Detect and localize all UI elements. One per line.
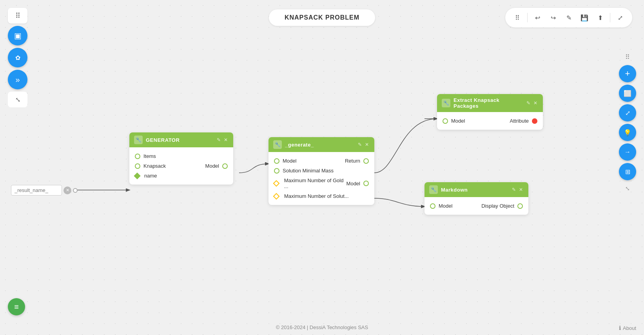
generate-edit-btn[interactable]: ✎ xyxy=(357,141,363,148)
markdown-icon: 🔧 xyxy=(429,185,438,194)
left-expand-btn[interactable]: » xyxy=(8,70,27,89)
markdown-model-circle xyxy=(430,203,435,209)
right-plus-btn[interactable]: + xyxy=(619,65,636,82)
footer: © 2016-2024 | DessiA Technologies SAS xyxy=(0,319,644,335)
toolbar-edit-btn[interactable]: ✎ xyxy=(562,11,575,24)
extract-model-circle xyxy=(443,118,448,124)
attribute-red-dot xyxy=(532,118,537,124)
markdown-actions: ✎ ✕ xyxy=(511,186,524,193)
extract-body: Model Attribute xyxy=(437,112,543,130)
items-label: Items xyxy=(143,153,156,159)
gen-model-label: Model xyxy=(283,158,296,164)
maxgold-label: Maximum Number of Gold ... xyxy=(284,177,346,189)
toolbar-upload-btn[interactable]: ⬆ xyxy=(593,11,607,24)
display-object-label: Display Object xyxy=(481,203,514,209)
markdown-body: Model Display Object xyxy=(424,197,528,215)
generator-items-port: Items xyxy=(135,153,156,159)
extract-edit-btn[interactable]: ✎ xyxy=(526,100,531,107)
extract-title: Extract Knapsack Packages xyxy=(454,97,522,109)
generate-node: 🔧 _generate_ ✎ ✕ Model Return xyxy=(268,137,374,205)
right-resize-btn[interactable]: ⤢ xyxy=(619,104,636,121)
generate-return-out: Return xyxy=(345,158,369,164)
right-grid-btn[interactable]: ⠿ xyxy=(620,51,635,63)
gen-model-port xyxy=(274,158,279,164)
extract-actions: ✎ ✕ xyxy=(526,100,538,107)
toolbar-separator2 xyxy=(610,13,610,22)
right-bulb-btn[interactable]: 💡 xyxy=(619,124,636,141)
generate-header: 🔧 _generate_ ✎ ✕ xyxy=(268,137,374,152)
input-node: ✕ xyxy=(11,185,78,196)
left-grid-btn[interactable]: ⠿ xyxy=(8,8,27,24)
right-image-btn[interactable]: ⬜ xyxy=(619,85,636,102)
toolbar-save-btn[interactable]: 💾 xyxy=(578,11,591,24)
generate-maxgold-row: Maximum Number of Gold ... Model xyxy=(274,176,369,191)
clear-input-button[interactable]: ✕ xyxy=(63,187,71,194)
generator-icon: 🔧 xyxy=(134,136,143,144)
model-out-right-circle xyxy=(363,181,369,186)
markdown-display-out: Display Object xyxy=(481,203,523,209)
left-sidebar: ⠿ ▣ ✿ » ⤡ xyxy=(8,8,27,107)
toolbar-expand-btn[interactable]: ⤢ xyxy=(613,11,627,24)
generator-node: 🔧 GENERATOR ✎ ✕ Items Knapsack Mode xyxy=(129,132,233,185)
maxsolut-diamond xyxy=(273,193,280,199)
extract-icon: 🔧 xyxy=(442,99,450,107)
solution-port: Solution Minimal Mass xyxy=(274,168,334,174)
generate-solution-row: Solution Minimal Mass xyxy=(274,166,369,176)
generate-icon: 🔧 xyxy=(273,140,282,149)
toolbar-undo-btn[interactable]: ↩ xyxy=(531,11,544,24)
markdown-title: Markdown xyxy=(441,187,508,193)
markdown-edit-btn[interactable]: ✎ xyxy=(511,186,517,193)
generate-close-btn[interactable]: ✕ xyxy=(364,141,370,148)
generate-title: _generate_ xyxy=(285,142,354,148)
items-port-circle xyxy=(135,154,140,159)
toolbar-grid-btn[interactable]: ⠿ xyxy=(511,11,524,24)
input-port xyxy=(73,188,78,193)
about-link[interactable]: ℹ About xyxy=(619,325,636,331)
generator-close-btn[interactable]: ✕ xyxy=(223,136,229,143)
right-arrow-btn[interactable]: → xyxy=(619,143,636,161)
generator-name-port: name xyxy=(135,173,157,179)
copyright-text: © 2016-2024 | DessiA Technologies SAS xyxy=(276,324,368,330)
name-label: name xyxy=(144,173,157,179)
extract-model-row: Model Attribute xyxy=(443,116,537,126)
generate-body: Model Return Solution Minimal Mass Maxim… xyxy=(268,152,374,205)
generator-edit-btn[interactable]: ✎ xyxy=(216,136,221,143)
model-out-label: Model xyxy=(205,163,219,169)
extract-header: 🔧 Extract Knapsack Packages ✎ ✕ xyxy=(437,94,543,112)
toolbar-redo-btn[interactable]: ↪ xyxy=(546,11,560,24)
markdown-model-row: Model Display Object xyxy=(430,201,523,211)
solution-circle xyxy=(274,168,279,174)
solution-label: Solution Minimal Mass xyxy=(283,168,334,174)
model-out-right-label: Model xyxy=(346,181,360,187)
generate-model-row: Model Return xyxy=(274,156,369,166)
model-out-circle xyxy=(222,163,228,169)
generator-name-row: name xyxy=(135,171,228,181)
maxgold-port: Maximum Number of Gold ... xyxy=(274,177,346,189)
extract-model-in: Model xyxy=(443,118,465,124)
left-block-btn[interactable]: ▣ xyxy=(8,26,27,45)
display-object-circle xyxy=(517,203,523,209)
return-port xyxy=(363,158,369,164)
extract-attribute-out: Attribute xyxy=(510,118,537,124)
generate-actions: ✎ ✕ xyxy=(357,141,370,148)
result-name-input[interactable] xyxy=(11,185,62,196)
generator-knapsack-port: Knapsack xyxy=(135,163,166,169)
extract-close-btn[interactable]: ✕ xyxy=(533,100,538,107)
right-grid2-btn[interactable]: ⊞ xyxy=(619,163,636,180)
maxsolut-label: Maximum Number of Solut... xyxy=(284,193,349,199)
name-port-diamond xyxy=(134,172,141,179)
attribute-label: Attribute xyxy=(510,118,529,124)
markdown-model-in: Model xyxy=(430,203,452,209)
markdown-node: 🔧 Markdown ✎ ✕ Model Display Object xyxy=(424,182,528,215)
right-collapse-btn[interactable]: ⤡ xyxy=(622,183,633,194)
return-label: Return xyxy=(345,158,360,164)
top-right-toolbar: ⠿ ↩ ↪ ✎ 💾 ⬆ ⤢ xyxy=(505,8,632,27)
left-connect-btn[interactable]: ✿ xyxy=(8,48,27,67)
bottom-left-badge: ≡ xyxy=(8,298,25,315)
right-sidebar: ⠿ + ⬜ ⤢ 💡 → ⊞ ⤡ xyxy=(619,51,636,194)
title-pill: KNAPSACK PROBLEM xyxy=(269,9,375,26)
left-collapse-btn[interactable]: ⤡ xyxy=(8,92,27,107)
markdown-close-btn[interactable]: ✕ xyxy=(518,186,524,193)
about-label: About xyxy=(623,325,636,331)
generate-model-in: Model xyxy=(274,158,296,164)
